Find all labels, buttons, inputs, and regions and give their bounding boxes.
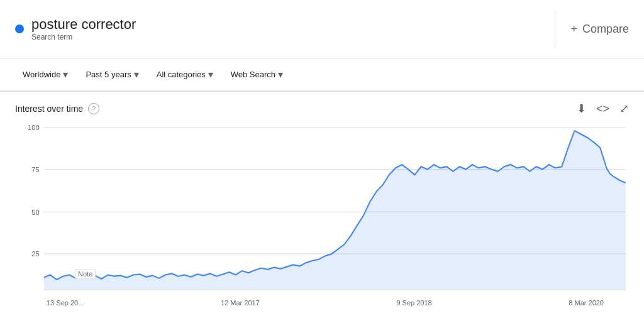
x-axis-labels: 13 Sep 20... 12 Mar 2017 9 Sep 2018 8 Ma… — [15, 297, 629, 307]
search-term-section: posture corrector Search term — [15, 16, 540, 41]
region-label: Worldwide — [23, 70, 60, 79]
svg-text:100: 100 — [28, 124, 40, 131]
svg-text:25: 25 — [31, 250, 39, 258]
note-label: Note — [75, 269, 96, 279]
category-chevron-icon: ▾ — [208, 68, 213, 80]
search-term-info: posture corrector Search term — [31, 16, 136, 41]
help-icon[interactable]: ? — [88, 103, 99, 114]
svg-marker-9 — [44, 131, 626, 290]
share-icon[interactable]: ⤢ — [619, 102, 629, 116]
search-term-name: posture corrector — [31, 16, 136, 33]
category-filter[interactable]: All categories ▾ — [149, 65, 221, 84]
chart-title-group: Interest over time ? — [15, 103, 99, 114]
chart-container: 100 75 50 25 Note — [15, 121, 629, 297]
header: posture corrector Search term + Compare — [0, 0, 644, 58]
filter-bar: Worldwide ▾ Past 5 years ▾ All categorie… — [0, 58, 644, 92]
chart-actions: ⬇ <> ⤢ — [577, 102, 629, 116]
embed-icon[interactable]: <> — [596, 102, 609, 116]
search-type-label: Web Search — [231, 70, 275, 79]
compare-section[interactable]: + Compare — [570, 23, 629, 36]
region-chevron-icon: ▾ — [63, 68, 68, 80]
search-term-label: Search term — [31, 33, 136, 41]
compare-plus-icon: + — [570, 23, 577, 36]
download-icon[interactable]: ⬇ — [577, 102, 586, 116]
compare-label: Compare — [582, 23, 629, 36]
region-filter[interactable]: Worldwide ▾ — [15, 65, 75, 84]
header-divider — [555, 10, 555, 48]
trend-chart: 100 75 50 25 — [15, 121, 629, 297]
x-label-3: 8 Mar 2020 — [569, 299, 604, 307]
x-label-2: 9 Sep 2018 — [396, 299, 431, 307]
period-label: Past 5 years — [86, 70, 131, 79]
category-label: All categories — [157, 70, 206, 79]
search-type-chevron-icon: ▾ — [278, 68, 283, 80]
x-label-0: 13 Sep 20... — [47, 299, 84, 307]
chart-title: Interest over time — [15, 104, 83, 114]
search-type-filter[interactable]: Web Search ▾ — [223, 65, 291, 84]
svg-text:50: 50 — [31, 208, 39, 215]
period-chevron-icon: ▾ — [134, 68, 139, 80]
period-filter[interactable]: Past 5 years ▾ — [78, 65, 146, 84]
chart-header: Interest over time ? ⬇ <> ⤢ — [15, 102, 629, 116]
svg-text:75: 75 — [31, 166, 39, 173]
x-label-1: 12 Mar 2017 — [221, 299, 260, 307]
chart-section: Interest over time ? ⬇ <> ⤢ 100 75 50 25 — [0, 92, 644, 316]
search-term-dot — [15, 25, 24, 33]
